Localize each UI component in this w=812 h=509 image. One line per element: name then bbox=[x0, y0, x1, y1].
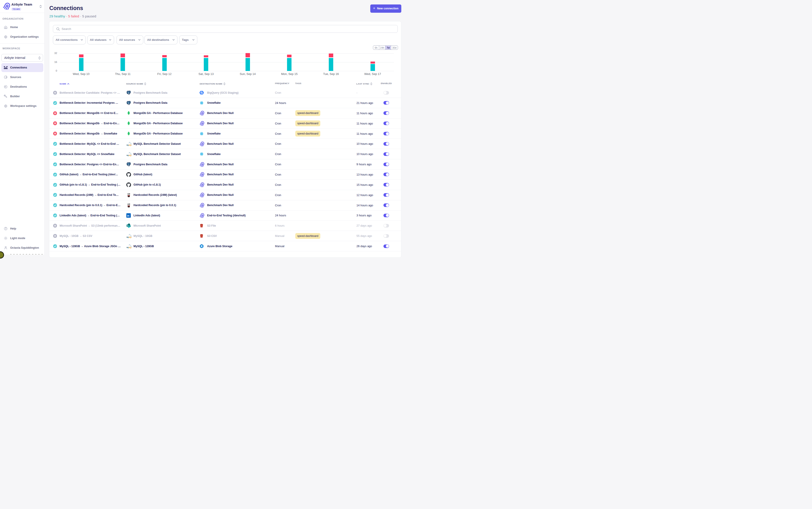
svg-text:S: S bbox=[127, 225, 129, 227]
svg-text:01: 01 bbox=[201, 246, 202, 247]
svg-text:SQL.: SQL. bbox=[129, 144, 132, 146]
svg-text:My: My bbox=[127, 236, 129, 238]
svg-text:SQL.: SQL. bbox=[129, 236, 132, 238]
svg-text:SQL.: SQL. bbox=[129, 246, 132, 248]
svg-text:My: My bbox=[127, 144, 129, 146]
svg-text:My: My bbox=[127, 246, 129, 248]
svg-text:SQL.: SQL. bbox=[129, 155, 132, 156]
svg-text:in: in bbox=[127, 214, 129, 217]
svg-text:My: My bbox=[127, 155, 129, 156]
